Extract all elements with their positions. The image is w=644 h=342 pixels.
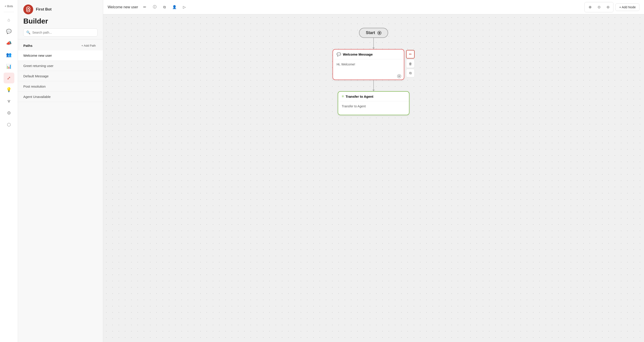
connector-start-to-welcome — [373, 38, 374, 49]
zoom-in-button[interactable]: ⊕ — [586, 3, 594, 11]
zoom-out-button[interactable]: ⊖ — [604, 3, 612, 11]
path-list: Welcome new user Greet returning user De… — [18, 50, 103, 342]
back-button[interactable]: < Bots — [0, 3, 18, 10]
zoom-group: ⊕ ⊙ ⊖ — [584, 2, 614, 12]
play-button[interactable]: ▷ — [180, 3, 188, 11]
transfer-agent-node[interactable]: ≡ Transfer to Agent Transfer to Agent — [338, 91, 410, 115]
welcome-node-output-dot[interactable] — [397, 74, 401, 78]
idea-icon[interactable]: 💡 — [4, 84, 14, 95]
transfer-node-content: Transfer to Agent — [338, 101, 409, 115]
edit-path-button[interactable]: ✏ — [141, 3, 149, 11]
path-item-agent-unavailable[interactable]: Agent Unavailable — [18, 92, 103, 102]
megaphone-icon[interactable]: 📣 — [4, 38, 14, 48]
logo-row: First Bot — [23, 4, 98, 14]
transfer-node-wrapper: ≡ Transfer to Agent Transfer to Agent — [338, 91, 410, 115]
add-node-button[interactable]: + Add Node — [615, 3, 640, 11]
start-dot-inner — [378, 32, 380, 34]
canvas-area[interactable]: Start 💬 Welcome Message Hi, Welcome! — [103, 14, 644, 342]
home-icon[interactable]: ⌂ — [4, 14, 14, 25]
welcome-node-icon: 💬 — [336, 52, 341, 56]
welcome-node-dot-inner — [398, 75, 400, 77]
welcome-node-delete-button[interactable]: 🗑 — [406, 59, 414, 68]
welcome-node-actions: ✏ 🗑 ⧉ — [406, 50, 414, 77]
search-input[interactable] — [32, 31, 95, 34]
transfer-node-header: ≡ Transfer to Agent — [338, 92, 409, 101]
add-path-button[interactable]: + Add Path — [80, 43, 98, 48]
connector-welcome-to-transfer — [373, 80, 374, 91]
chat-icon[interactable]: 💬 — [4, 26, 14, 37]
left-nav: < Bots ⌂ 💬 📣 👥 📊 ⤢ 💡 ⛛ ⚙ ⬡ — [0, 0, 18, 342]
welcome-node-footer — [333, 73, 404, 79]
welcome-node-copy-button[interactable]: ⧉ — [406, 69, 414, 77]
path-item-default-message[interactable]: Default Message — [18, 71, 103, 81]
start-node[interactable]: Start — [359, 28, 388, 38]
transfer-node-icon: ≡ — [342, 94, 344, 98]
start-label: Start — [366, 30, 375, 35]
paths-header: Paths + Add Path — [18, 39, 103, 50]
copy-path-button[interactable]: ⧉ — [160, 3, 168, 11]
sidebar-header: First Bot Builder 🔍 — [18, 0, 103, 39]
sidebar: First Bot Builder 🔍 Paths + Add Path Wel… — [18, 0, 103, 342]
info-button[interactable]: ⓘ — [151, 3, 159, 11]
search-icon: 🔍 — [26, 30, 30, 34]
user-button[interactable]: 👤 — [170, 3, 178, 11]
main-canvas: Welcome new user ✏ ⓘ ⧉ 👤 ▷ ⊕ ⊙ ⊖ + Add N… — [103, 0, 644, 342]
path-item-greet-returning-user[interactable]: Greet returning user — [18, 61, 103, 71]
logo-circle — [23, 4, 33, 14]
settings-icon[interactable]: ⚙ — [4, 108, 14, 118]
hierarchy-icon[interactable]: ⛛ — [4, 96, 14, 107]
welcome-node-header: 💬 Welcome Message — [333, 49, 404, 59]
integration-icon[interactable]: ⬡ — [4, 119, 14, 130]
chart-icon[interactable]: 📊 — [4, 61, 14, 72]
welcome-message-node[interactable]: 💬 Welcome Message Hi, Welcome! — [332, 49, 404, 80]
search-box[interactable]: 🔍 — [23, 28, 98, 36]
svg-point-1 — [28, 8, 29, 9]
path-item-post-resolution[interactable]: Post resolution — [18, 81, 103, 92]
canvas-toolbar: Welcome new user ✏ ⓘ ⧉ 👤 ▷ ⊕ ⊙ ⊖ + Add N… — [103, 0, 644, 14]
transfer-node-title: Transfer to Agent — [346, 95, 373, 98]
paths-label: Paths — [23, 44, 32, 47]
builder-title: Builder — [23, 17, 98, 25]
share-icon[interactable]: ⤢ — [4, 73, 14, 83]
zoom-reset-button[interactable]: ⊙ — [595, 3, 603, 11]
users-icon[interactable]: 👥 — [4, 49, 14, 60]
start-dot — [378, 31, 382, 35]
welcome-node-wrapper: 💬 Welcome Message Hi, Welcome! ✏ 🗑 ⧉ — [332, 49, 414, 80]
welcome-node-title: Welcome Message — [343, 52, 373, 56]
welcome-node-edit-button[interactable]: ✏ — [406, 50, 414, 58]
active-path-name: Welcome new user — [108, 5, 138, 9]
path-item-welcome-new-user[interactable]: Welcome new user — [18, 50, 103, 61]
flow-container: Start 💬 Welcome Message Hi, Welcome! — [332, 28, 414, 115]
bot-name: First Bot — [36, 7, 52, 12]
welcome-node-content: Hi, Welcome! — [333, 59, 404, 73]
